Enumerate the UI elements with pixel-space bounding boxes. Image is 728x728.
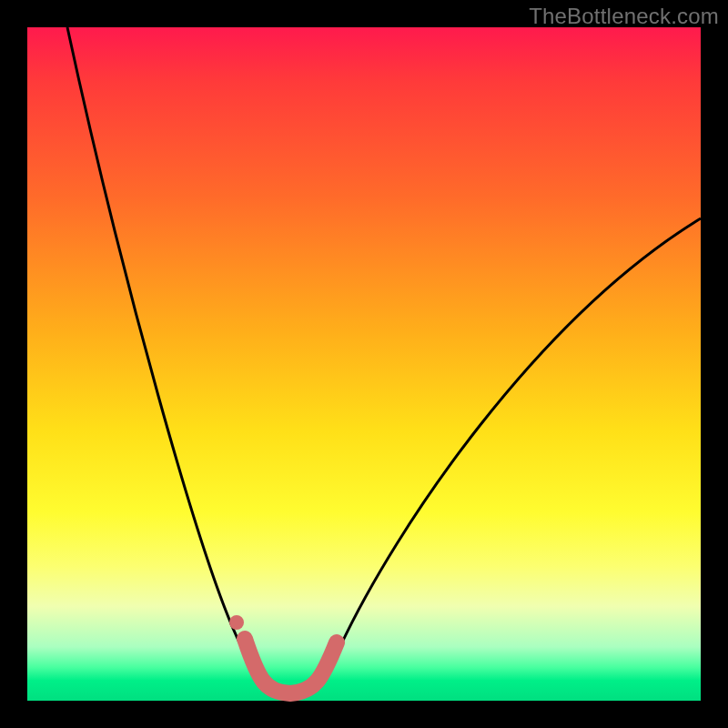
watermark-text: TheBottleneck.com (529, 4, 719, 29)
chart-svg (27, 27, 701, 701)
sweet-spot-marker (245, 639, 337, 693)
bottleneck-curve (67, 27, 701, 697)
sweet-spot-dot (229, 615, 244, 630)
